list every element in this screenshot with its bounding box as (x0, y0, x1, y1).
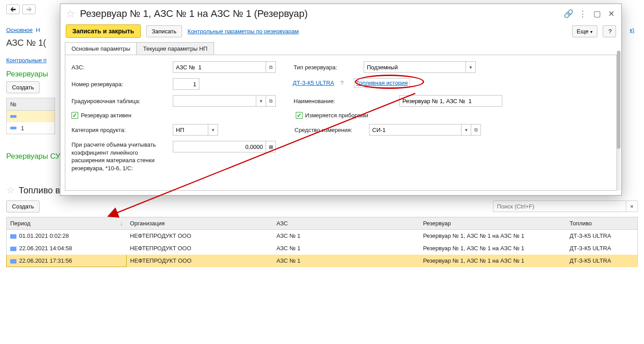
category-field[interactable] (173, 124, 208, 136)
grad-table-field[interactable] (173, 95, 256, 107)
nav-back-button[interactable]: 🡰 (6, 4, 20, 14)
doc-icon (10, 259, 16, 264)
label-type: Тип резервуара: (294, 64, 360, 71)
name-field[interactable] (399, 95, 502, 107)
label-coeff: При расчете объема учитывать коэффициент… (72, 141, 169, 172)
more-button[interactable]: Еще▾ (572, 25, 597, 37)
scrollbar[interactable] (617, 51, 620, 191)
col-res[interactable]: Резервуар (420, 217, 566, 230)
cell-org: НЕФТЕПРОДУКТ ООО (127, 230, 273, 242)
nav-forward-button[interactable]: 🡲 (22, 4, 36, 14)
kebab-icon[interactable]: ⋮ (578, 9, 588, 19)
col-azs[interactable]: АЗС (273, 217, 420, 230)
coeff-field[interactable] (173, 141, 266, 152)
fuel-type-link[interactable]: ДТ-З-К5 ULTRA (293, 80, 334, 86)
label-azs: АЗС: (72, 64, 169, 71)
fuel-history-table: Период↓ Организация АЗС Резервуар Топлив… (6, 217, 638, 267)
label-name: Наименование: (294, 98, 396, 104)
bg-table-row[interactable]: 1 (7, 122, 55, 134)
label-grad-table: Градуировочная таблица: (72, 98, 169, 104)
star-icon[interactable]: ☆ (6, 184, 15, 196)
close-icon[interactable]: ✕ (606, 9, 616, 19)
azs-field[interactable] (173, 61, 266, 73)
label-si: Средство измерения: (294, 127, 366, 133)
col-fuel[interactable]: Топливо (566, 217, 638, 230)
cell-res: Резервуар № 1, АЗС № 1 на АЗС № 1 (420, 242, 566, 255)
si-field[interactable] (369, 124, 461, 136)
link-icon[interactable]: 🔗 (564, 9, 573, 19)
label-category: Категория продукта: (72, 127, 169, 133)
cell-period: 22.06.2021 17:31:56 (19, 257, 72, 264)
active-checkbox-label: Резервуар активен (81, 112, 131, 119)
sort-indicator-icon: ↓ (120, 220, 123, 227)
cell-fuel: ДТ-З-К5 ULTRA (566, 255, 638, 267)
open-icon[interactable] (266, 95, 276, 107)
measured-checkbox[interactable]: ✓ Измеряется приборами (296, 112, 368, 119)
cell-fuel: ДТ-З-К5 ULTRA (566, 230, 638, 242)
bg-col-num[interactable]: № (7, 98, 55, 111)
dropdown-icon[interactable] (208, 124, 218, 136)
cell-azs: АЗС № 1 (273, 242, 420, 255)
bg-table-row[interactable] (7, 111, 55, 122)
maximize-icon[interactable]: ▢ (592, 9, 602, 19)
bg-link-osnovnoe[interactable]: Основное (6, 27, 33, 33)
dialog-title: Резервуар № 1, АЗС № 1 на АЗС № 1 (Резер… (80, 8, 308, 20)
tab-main-params[interactable]: Основные параметры (65, 42, 137, 55)
bottom-create-button[interactable]: Создать (6, 200, 40, 212)
col-org[interactable]: Организация (127, 217, 273, 230)
help-button[interactable]: ? (603, 25, 616, 37)
open-icon[interactable] (471, 124, 481, 136)
row-marker-icon (10, 115, 16, 118)
bg-control-link[interactable]: Контрольные п (6, 57, 47, 64)
active-checkbox[interactable]: ✓ Резервуар активен (72, 112, 131, 119)
save-close-button[interactable]: Записать и закрыть (66, 24, 141, 38)
dropdown-icon[interactable] (256, 95, 266, 107)
cell-res: Резервуар № 1, АЗС № 1 на АЗС № 1 (420, 230, 566, 242)
calculator-icon[interactable] (266, 141, 276, 152)
doc-icon (10, 234, 16, 239)
bg-table: № 1 (6, 98, 55, 134)
bg-create-button[interactable]: Создать (6, 81, 40, 93)
cell-period: 22.06.2021 14:04:58 (19, 245, 72, 252)
type-field[interactable] (364, 61, 466, 73)
control-params-link[interactable]: Контрольные параметры по резервуарам (187, 28, 298, 35)
dropdown-icon[interactable] (466, 61, 476, 73)
cell-azs: АЗС № 1 (273, 255, 420, 267)
cell-fuel: ДТ-З-К5 ULTRA (566, 242, 638, 255)
dropdown-icon[interactable] (461, 124, 471, 136)
bg-row-num: 1 (21, 125, 24, 132)
tab-current-params[interactable]: Текущие параметры НП (136, 42, 214, 55)
table-row[interactable]: 22.06.2021 14:04:58 НЕФТЕПРОДУКТ ООО АЗС… (7, 242, 638, 255)
row-marker-icon (10, 127, 16, 129)
search-clear-button[interactable]: × (626, 200, 638, 212)
cell-azs: АЗС № 1 (273, 230, 420, 242)
tank-dialog: ☆ Резервуар № 1, АЗС № 1 на АЗС № 1 (Рез… (60, 4, 622, 196)
label-number: Номер резервуара: (72, 81, 169, 88)
number-field[interactable] (173, 78, 199, 90)
cell-org: НЕФТЕПРОДУКТ ООО (127, 242, 273, 255)
cell-res: Резервуар № 1, АЗС № 1 на АЗС № 1 (420, 255, 566, 267)
search-input[interactable] (493, 200, 626, 212)
bg-link-broken[interactable]: к) (630, 27, 634, 33)
fuel-history-link[interactable]: Топливная история (354, 78, 410, 88)
measured-checkbox-label: Измеряется приборами (305, 112, 368, 119)
save-button[interactable]: Записать (146, 25, 183, 37)
cell-period: 01.01.2021 0:02:28 (19, 232, 69, 239)
cell-org: НЕФТЕПРОДУКТ ООО (127, 255, 273, 267)
fuel-help[interactable]: ? (340, 80, 343, 86)
table-row[interactable]: 22.06.2021 17:31:56 НЕФТЕПРОДУКТ ООО АЗС… (7, 255, 638, 267)
open-icon[interactable] (266, 61, 276, 73)
col-period[interactable]: Период↓ (7, 217, 127, 230)
doc-icon (10, 247, 16, 251)
star-icon[interactable]: ☆ (66, 8, 76, 20)
table-row[interactable]: 01.01.2021 0:02:28 НЕФТЕПРОДУКТ ООО АЗС … (7, 230, 638, 242)
